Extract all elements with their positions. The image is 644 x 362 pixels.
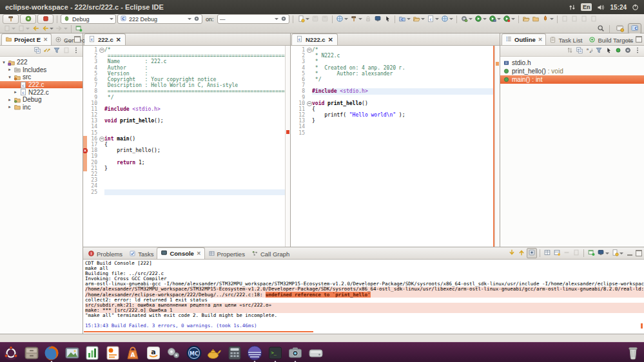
network-updown-icon[interactable] bbox=[569, 4, 576, 11]
display-console-button[interactable] bbox=[596, 249, 610, 258]
launcher-ubuntu-home-icon[interactable] bbox=[2, 344, 20, 362]
launcher-midnight-commander-icon[interactable]: MC bbox=[185, 344, 203, 362]
launcher-disk-utility-icon[interactable] bbox=[307, 344, 325, 362]
tree-item-debug[interactable]: ▸Debug bbox=[0, 96, 83, 104]
code-line-10[interactable]: 10 bbox=[83, 100, 285, 106]
tab-console-console[interactable]: Console✕ bbox=[157, 247, 204, 259]
new-wizard-button[interactable] bbox=[297, 15, 310, 24]
back-history-button[interactable] bbox=[41, 24, 54, 33]
code-line-5[interactable]: 5 * Author: alexsander bbox=[291, 71, 494, 77]
menu-dots-button[interactable] bbox=[633, 46, 642, 55]
launcher-trash-icon[interactable] bbox=[624, 344, 642, 362]
code-line-18[interactable]: ✕18 print_hello(); bbox=[83, 148, 285, 153]
tray-clock[interactable]: 15:24 bbox=[610, 4, 627, 11]
launch-target-combo[interactable]: — bbox=[217, 14, 289, 24]
launcher-calculator-icon[interactable] bbox=[226, 344, 244, 362]
word-wrap-button[interactable] bbox=[543, 249, 552, 258]
scroll-lock-button[interactable] bbox=[552, 249, 561, 258]
cpp-perspective-button[interactable]: C bbox=[628, 23, 641, 34]
fold-column[interactable] bbox=[306, 100, 312, 106]
funnel-button[interactable] bbox=[52, 46, 61, 55]
tab-outline-task-list[interactable]: Task List bbox=[546, 35, 585, 45]
minimize-icon[interactable] bbox=[66, 41, 71, 42]
gray-doc-button[interactable] bbox=[62, 46, 71, 55]
updown-gray-button[interactable] bbox=[565, 46, 574, 55]
code-line-23[interactable]: 23 bbox=[83, 177, 285, 183]
tree-expander-icon[interactable]: ▸ bbox=[7, 97, 12, 102]
code-line-12[interactable]: 12 bbox=[83, 112, 285, 118]
launcher-amazon-icon[interactable]: a bbox=[144, 344, 162, 362]
code-line-22[interactable]: 22 bbox=[83, 171, 285, 177]
last-edit-location-button[interactable] bbox=[74, 24, 83, 33]
open-console-button[interactable] bbox=[610, 249, 624, 258]
gear-gray-button[interactable] bbox=[623, 46, 632, 55]
close-icon[interactable]: ✕ bbox=[328, 36, 333, 43]
console-output[interactable]: CDT Build Console [222]make allBuilding … bbox=[83, 260, 644, 334]
back-button[interactable] bbox=[31, 24, 40, 33]
code-line-1[interactable]: 1/* bbox=[83, 47, 285, 53]
launcher-genie-lamp-icon[interactable] bbox=[205, 344, 223, 362]
code-line-8[interactable]: 8 ======================================… bbox=[83, 88, 285, 94]
close-icon[interactable]: ✕ bbox=[43, 37, 48, 43]
new-c-project-button[interactable]: C bbox=[398, 15, 411, 24]
minimize-icon[interactable] bbox=[627, 41, 632, 42]
code-line-24[interactable]: 24 bbox=[83, 183, 285, 189]
code-line-17[interactable]: 17{ bbox=[83, 142, 285, 148]
code-line-25[interactable]: 25 bbox=[83, 189, 285, 195]
console-view-button[interactable] bbox=[373, 15, 382, 24]
code-line-9[interactable]: 9 */ bbox=[83, 95, 285, 100]
debug-button[interactable] bbox=[460, 15, 473, 24]
code-line-3[interactable]: 3 * bbox=[291, 59, 494, 64]
launcher-system-settings-icon[interactable] bbox=[164, 344, 182, 362]
tree-expander-icon[interactable]: ▸ bbox=[13, 90, 18, 95]
code-line-15[interactable]: 15 bbox=[83, 130, 285, 136]
code-line-13[interactable]: 13void print_hello(); bbox=[83, 118, 285, 124]
code-line-4[interactable]: 4 Author : bbox=[83, 65, 285, 71]
search-button[interactable] bbox=[596, 24, 605, 33]
editor-tab-n222-c[interactable]: cN222.c✕ bbox=[291, 33, 338, 45]
close-icon[interactable]: ✕ bbox=[197, 251, 201, 256]
maximize-icon[interactable] bbox=[636, 250, 642, 256]
tab-console-call-graph[interactable]: Call Graph bbox=[248, 249, 293, 259]
code-line-7[interactable]: 7 Description : Hello World in C, Ansi-s… bbox=[83, 82, 285, 88]
tree-item-222[interactable]: ▾222 bbox=[0, 59, 83, 66]
launcher-file-manager-icon[interactable] bbox=[23, 344, 41, 362]
fold-column[interactable] bbox=[99, 47, 104, 53]
launcher-screenshot-tool-icon[interactable] bbox=[286, 344, 304, 362]
tree-item-222-c[interactable]: c222.c bbox=[0, 81, 83, 89]
green-dot-button[interactable] bbox=[614, 46, 623, 55]
close-icon[interactable]: ✕ bbox=[116, 36, 121, 43]
build-all-button[interactable] bbox=[349, 15, 363, 24]
maximize-icon[interactable] bbox=[636, 36, 642, 43]
code-line-6[interactable]: 6 */ bbox=[291, 77, 494, 82]
code-line-11[interactable]: 11#include <stdio.h> bbox=[83, 106, 285, 112]
collapse-all-button[interactable] bbox=[33, 46, 42, 55]
launch-configuration-combo[interactable]: C222 Debug bbox=[117, 14, 202, 24]
outline-item-print-hello-[interactable]: print_hello() : void bbox=[500, 67, 644, 75]
code-line-14[interactable]: 14 bbox=[83, 124, 285, 129]
code-line-7[interactable]: 7 bbox=[291, 82, 494, 88]
close-icon[interactable]: ✕ bbox=[538, 37, 543, 43]
sort-az-button[interactable]: az bbox=[585, 46, 594, 55]
run-button[interactable] bbox=[474, 15, 487, 24]
menu-dots-button[interactable] bbox=[72, 46, 81, 55]
code-area[interactable]: 1/*2 * N222.c3 *4 * Created on: 4 апр. 2… bbox=[291, 46, 494, 247]
code-line-15[interactable]: 15 bbox=[291, 130, 494, 136]
power-gear-icon[interactable] bbox=[632, 4, 639, 11]
profile-button[interactable] bbox=[488, 15, 502, 24]
launcher-ubuntu-software-icon[interactable]: A bbox=[124, 344, 142, 362]
volume-icon[interactable] bbox=[597, 4, 605, 11]
tree-item-n222-c[interactable]: ▸cN222.c bbox=[0, 88, 83, 96]
code-line-2[interactable]: 2 ======================================… bbox=[83, 53, 285, 59]
outline-item-main-[interactable]: main() : int bbox=[500, 75, 644, 84]
collapse-all-button[interactable] bbox=[575, 46, 584, 55]
launch-button[interactable] bbox=[541, 15, 554, 24]
scroll-lock-down-button[interactable] bbox=[507, 249, 516, 258]
tab-explorer-project-e[interactable]: Project E✕ bbox=[1, 33, 52, 45]
code-line-9[interactable]: 9 bbox=[291, 95, 494, 100]
toggle-mark-occurrences-button[interactable] bbox=[383, 15, 392, 24]
link-editor-button[interactable] bbox=[43, 46, 52, 55]
launcher-libreoffice-impress-icon[interactable] bbox=[104, 344, 122, 362]
editor-tab-222-c[interactable]: c222.c✕ bbox=[84, 33, 126, 45]
code-area[interactable]: 1/*2 ===================================… bbox=[83, 46, 285, 247]
